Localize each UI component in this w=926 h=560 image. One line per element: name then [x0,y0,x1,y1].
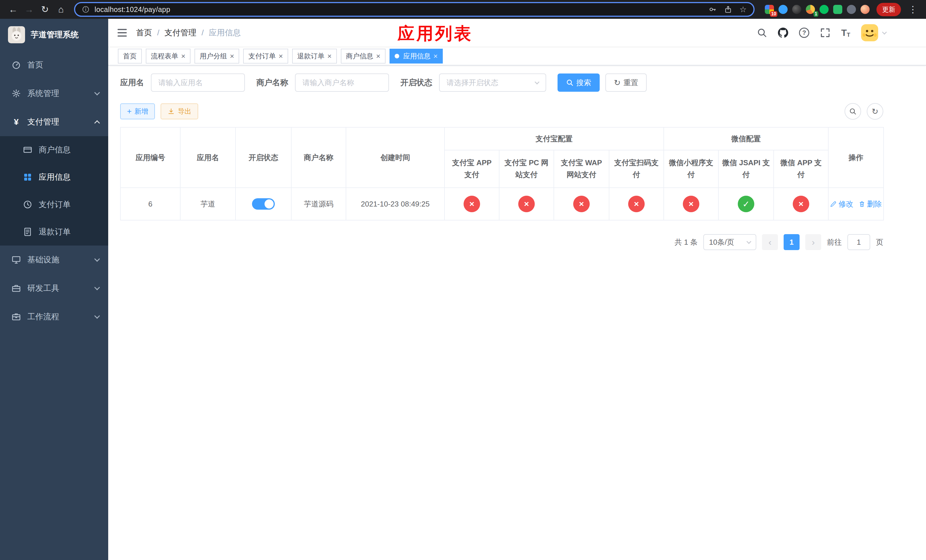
cell-create-time: 2021-10-23 08:49:25 [346,188,445,220]
github-icon[interactable] [778,28,788,38]
card-icon [23,145,32,154]
refresh-table-button[interactable]: ↻ [867,103,883,120]
col-wechat-mini: 微信小程序支付 [664,150,719,188]
col-alipay-app: 支付宝 APP 支付 [445,150,499,188]
extension-icon-3[interactable] [792,5,801,14]
font-size-icon[interactable]: TT [841,28,850,38]
overflow-menu-icon[interactable]: ⋮ [905,0,920,19]
bookmark-star-icon[interactable]: ☆ [740,5,747,14]
search-icon[interactable] [757,28,767,38]
export-button[interactable]: 导出 [160,103,198,120]
fullscreen-icon[interactable] [820,28,830,38]
reset-button[interactable]: ↻ 重置 [605,74,647,92]
close-icon[interactable]: × [278,52,283,60]
goto-page-input[interactable] [847,234,870,250]
sidebar-item-merchant-info[interactable]: 商户信息 [0,136,108,163]
add-button[interactable]: + 新增 [120,103,155,120]
cell-wechat-jsapi: ✓ [719,188,774,220]
cell-alipay-wap: × [554,188,609,220]
url-text[interactable]: localhost:1024/pay/app [95,5,704,14]
back-icon[interactable]: ← [6,0,21,19]
close-icon[interactable]: × [181,52,185,60]
pencil-icon [830,201,837,207]
toggle-search-button[interactable] [844,103,861,120]
delete-label: 删除 [867,199,882,209]
extension-icon-5[interactable] [820,5,829,14]
update-button[interactable]: 更新 [876,3,901,16]
clock-circle-icon [23,200,32,209]
wechat-mini-status-icon: × [683,196,699,212]
delete-button[interactable]: 删除 [858,199,882,209]
cell-alipay-qr: × [609,188,664,220]
sidebar-item-payment[interactable]: ¥ 支付管理 [0,107,108,136]
sidebar-item-devtools[interactable]: 研发工具 [0,274,108,303]
sidebar-item-refund-order[interactable]: 退款订单 [0,218,108,245]
user-avatar[interactable] [861,24,886,41]
tab-pay-order[interactable]: 支付订单× [243,49,288,64]
page-size-select[interactable]: 10条/页 [703,234,756,250]
sidebar-item-app-info[interactable]: 应用信息 [0,163,108,191]
chevron-down-icon [747,239,752,244]
sidebar-item-system[interactable]: 系统管理 [0,79,108,107]
sidebar-toggle-icon[interactable] [117,27,127,38]
sidebar-item-pay-order[interactable]: 支付订单 [0,191,108,218]
share-icon[interactable] [724,5,732,14]
extension-icon-8[interactable] [861,5,870,14]
extension-icon-4[interactable]: 1 [806,5,815,14]
extension-icon-7[interactable] [847,5,856,14]
breadcrumb-payment[interactable]: 支付管理 [165,27,197,38]
forward-icon[interactable]: → [22,0,36,19]
info-icon[interactable] [82,6,89,13]
merchant-name-input[interactable] [295,74,389,92]
tab-merchant-info[interactable]: 商户信息× [341,49,386,64]
breadcrumb-separator: / [157,28,159,37]
home-icon[interactable]: ⌂ [53,0,68,19]
status-select[interactable]: 请选择开启状态 [439,74,546,92]
next-page-button[interactable]: › [805,234,821,250]
status-select-placeholder: 请选择开启状态 [446,78,498,88]
close-icon[interactable]: × [230,52,234,60]
tab-app-info[interactable]: 应用信息× [390,49,443,64]
chevron-down-icon [94,285,100,290]
sidebar-item-workflow[interactable]: 工作流程 [0,303,108,331]
address-bar[interactable]: localhost:1024/pay/app ☆ [74,2,755,17]
close-icon[interactable]: × [327,52,332,60]
extension-icon-6[interactable] [833,5,842,14]
key-icon[interactable] [709,5,717,14]
table-toolbar: + 新增 导出 ↻ [120,103,883,120]
alipay-pc-status-icon: × [518,196,535,212]
tab-user-group[interactable]: 用户分组× [195,49,239,64]
sidebar-item-label: 首页 [27,59,43,70]
tab-label: 商户信息 [346,51,373,61]
search-button[interactable]: 搜索 [558,74,600,92]
close-icon[interactable]: × [433,52,438,60]
reload-icon[interactable]: ↻ [38,0,52,19]
extensions-area: 10 1 [765,5,870,14]
extension-icon-2[interactable] [779,5,788,14]
breadcrumb-home[interactable]: 首页 [136,27,152,38]
sidebar-item-home[interactable]: 首页 [0,51,108,79]
tab-refund-order[interactable]: 退款订单× [292,49,337,64]
sidebar-item-infrastructure[interactable]: 基础设施 [0,245,108,274]
help-icon[interactable]: ? [799,28,809,38]
tab-label: 首页 [123,51,137,61]
plus-icon: + [127,107,132,116]
close-icon[interactable]: × [376,52,380,60]
edit-button[interactable]: 修改 [830,199,853,209]
total-count: 共 1 条 [675,237,698,247]
wechat-app-status-icon: × [793,196,809,212]
breadcrumb-current: 应用信息 [209,27,241,38]
app-name-input[interactable] [151,74,245,92]
prev-page-button[interactable]: ‹ [762,234,778,250]
current-page-button[interactable]: 1 [784,234,800,250]
chevron-down-icon [535,80,540,85]
download-icon [168,107,175,115]
tab-process-form[interactable]: 流程表单× [146,49,191,64]
annotation-title: 应用列表 [398,22,473,45]
tab-home[interactable]: 首页 [118,49,142,64]
status-toggle[interactable] [252,198,275,210]
sidebar-item-label: 商户信息 [39,144,71,155]
table-container: 应用编号 应用名 开启状态 商户名称 创建时间 支付宝配置 微信配置 操作 支付… [120,127,883,221]
extension-icon-1[interactable]: 10 [765,5,774,14]
search-icon [566,79,573,86]
